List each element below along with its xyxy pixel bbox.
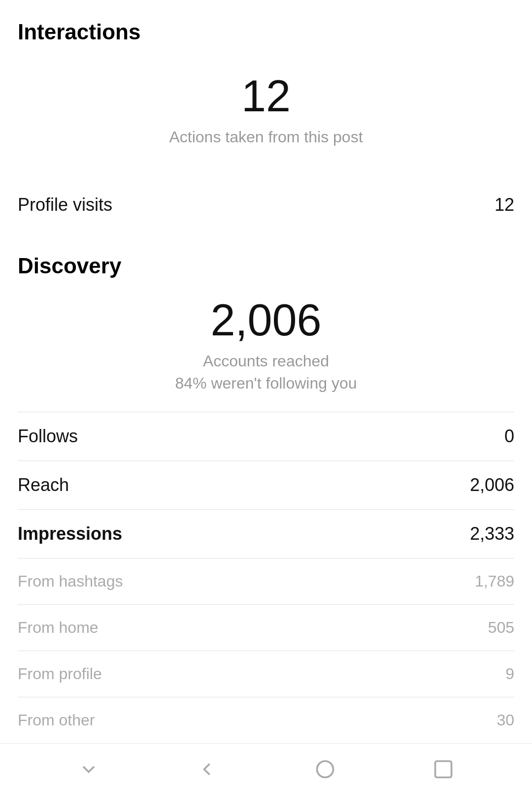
- profile-visits-label: Profile visits: [18, 195, 112, 215]
- discovery-stat-row: From hashtags 1,789: [18, 558, 514, 604]
- stat-value: 2,333: [470, 524, 514, 544]
- stat-label: From profile: [18, 665, 102, 683]
- stat-label: Follows: [18, 426, 78, 447]
- stat-value: 2,006: [470, 475, 514, 495]
- stat-value: 30: [497, 711, 514, 729]
- discovery-stat-row: From other 30: [18, 697, 514, 743]
- discovery-stat-row: Impressions 2,333: [18, 509, 514, 558]
- stat-label: From hashtags: [18, 572, 123, 590]
- stat-label: Reach: [18, 475, 69, 495]
- total-actions-subtitle: Actions taken from this post: [18, 126, 514, 148]
- accounts-reached-subtitle: Accounts reached 84% weren't following y…: [18, 350, 514, 394]
- discovery-center: 2,006 Accounts reached 84% weren't follo…: [18, 298, 514, 394]
- stat-label: From other: [18, 711, 95, 729]
- stat-value: 9: [505, 665, 514, 683]
- discovery-rows: Follows 0 Reach 2,006 Impressions 2,333 …: [18, 412, 514, 743]
- discovery-stat-row: From home 505: [18, 604, 514, 651]
- discovery-section: Discovery 2,006 Accounts reached 84% wer…: [18, 254, 514, 744]
- stat-value: 1,789: [475, 572, 514, 590]
- stat-label: From home: [18, 619, 99, 637]
- square-icon[interactable]: [432, 758, 454, 780]
- accounts-reached-number: 2,006: [18, 298, 514, 342]
- bottom-navigation: [0, 743, 532, 786]
- interactions-section: Interactions 12 Actions taken from this …: [18, 20, 514, 229]
- svg-rect-1: [435, 761, 452, 778]
- interactions-title: Interactions: [18, 20, 514, 44]
- total-actions-number: 12: [18, 74, 514, 118]
- profile-visits-value: 12: [495, 195, 514, 215]
- discovery-stat-row: Reach 2,006: [18, 460, 514, 509]
- stat-value: 505: [488, 619, 514, 637]
- svg-point-0: [317, 761, 333, 778]
- stat-value: 0: [504, 426, 514, 447]
- back-icon[interactable]: [196, 758, 218, 780]
- interactions-center: 12 Actions taken from this post: [18, 64, 514, 181]
- discovery-stat-row: From profile 9: [18, 651, 514, 697]
- stat-label: Impressions: [18, 524, 122, 544]
- chevron-down-icon[interactable]: [78, 758, 100, 780]
- discovery-stat-row: Follows 0: [18, 412, 514, 460]
- profile-visits-row: Profile visits 12: [18, 181, 514, 229]
- discovery-title: Discovery: [18, 254, 514, 278]
- home-icon[interactable]: [314, 758, 336, 780]
